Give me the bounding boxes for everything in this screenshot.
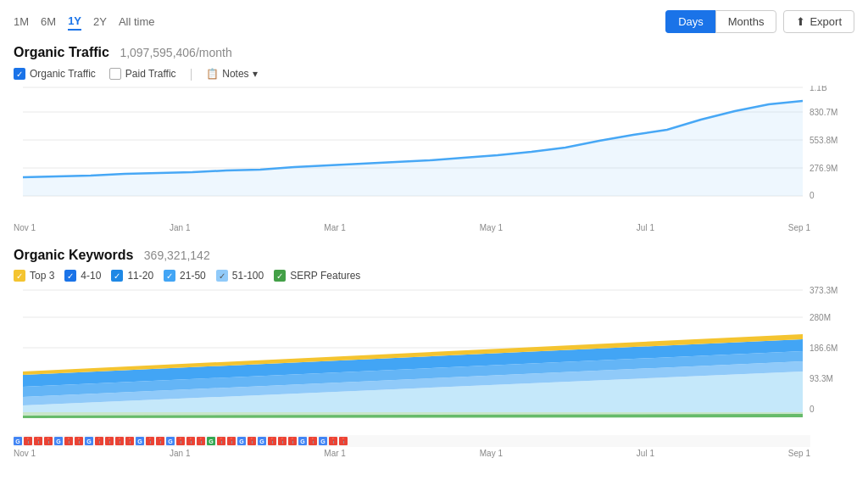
months-toggle-button[interactable]: Months <box>715 10 777 33</box>
serp-pin-icon: 📍 <box>146 437 154 445</box>
legend-divider: | <box>190 67 193 81</box>
notes-button[interactable]: 📋 Notes ▾ <box>206 68 257 80</box>
serp-pin-icon: 📍 <box>44 437 53 445</box>
keywords-chart: 373.3M 280M 186.6M 93.3M 0 <box>14 287 854 435</box>
serp-g-green-icon: G <box>207 437 215 445</box>
check-icon: ✓ <box>166 271 173 281</box>
organic-keywords-section: Organic Keywords 369,321,142 ✓ Top 3 ✓ 4… <box>14 248 854 458</box>
top3-checkbox: ✓ <box>14 270 25 282</box>
x-label-nov1: Nov 1 <box>14 223 36 232</box>
svg-text:93.3M: 93.3M <box>810 374 833 383</box>
paid-traffic-label: Paid Traffic <box>125 68 176 80</box>
serp-g-icon: G <box>136 437 144 445</box>
check-icon: ✓ <box>16 271 23 281</box>
11-20-checkbox: ✓ <box>111 270 123 282</box>
serp-pin-icon: 📍 <box>176 437 185 445</box>
serp-pin-icon: 📍 <box>105 437 114 445</box>
serp-g-icon: G <box>258 437 266 445</box>
organic-keywords-title: Organic Keywords <box>14 248 133 262</box>
21-50-label: 21-50 <box>180 270 206 282</box>
legend-paid-traffic[interactable]: Paid Traffic <box>109 68 176 80</box>
legend-serp[interactable]: ✓ SERP Features <box>274 270 360 282</box>
x-label-sep1: Sep 1 <box>788 223 810 232</box>
top-bar: 1M 6M 1Y 2Y All time Days Months ⬆ Expor… <box>14 10 854 33</box>
svg-text:0: 0 <box>810 191 815 200</box>
serp-g-icon: G <box>298 437 307 445</box>
serp-pin-icon: 📍 <box>64 437 73 445</box>
kw-x-label-may1: May 1 <box>480 449 503 458</box>
time-filter-1m[interactable]: 1M <box>14 14 29 30</box>
time-filter-1y[interactable]: 1Y <box>68 13 81 31</box>
serp-pin-icon: 📍 <box>34 437 42 445</box>
legend-top3[interactable]: ✓ Top 3 <box>14 270 54 282</box>
kw-x-label-nov1: Nov 1 <box>14 449 36 458</box>
kw-x-label-jan1: Jan 1 <box>170 449 190 458</box>
legend-11-20[interactable]: ✓ 11-20 <box>111 270 153 282</box>
serp-g-icon: G <box>237 437 246 445</box>
serp-pin-icon: 📍 <box>125 437 134 445</box>
serp-pin-icon: 📍 <box>248 437 256 445</box>
serp-pin-icon: 📍 <box>95 437 103 445</box>
kw-x-label-jul1: Jul 1 <box>637 449 654 458</box>
serp-pin-icon: 📍 <box>227 437 236 445</box>
notes-icon: 📋 <box>206 68 219 80</box>
svg-text:373.3M: 373.3M <box>810 287 837 295</box>
serp-pin-icon: 📍 <box>339 437 348 445</box>
x-label-mar1: Mar 1 <box>324 223 346 232</box>
svg-text:280M: 280M <box>810 313 831 322</box>
serp-g-icon: G <box>166 437 175 445</box>
days-toggle-button[interactable]: Days <box>665 10 715 33</box>
time-filter-alltime[interactable]: All time <box>119 14 155 30</box>
serp-label: SERP Features <box>290 270 360 282</box>
organic-traffic-checkbox: ✓ <box>14 68 25 80</box>
serp-pin-icon: 📍 <box>268 437 276 445</box>
time-filter-6m[interactable]: 6M <box>41 14 56 30</box>
keywords-chart-wrapper: 373.3M 280M 186.6M 93.3M 0 G 📍 📍 📍 G 📍 📍 <box>14 287 854 458</box>
export-button[interactable]: ⬆ Export <box>783 10 854 33</box>
time-filters: 1M 6M 1Y 2Y All time <box>14 13 155 31</box>
organic-traffic-x-axis: Nov 1 Jan 1 Mar 1 May 1 Jul 1 Sep 1 <box>14 221 810 232</box>
legend-51-100[interactable]: ✓ 51-100 <box>216 270 264 282</box>
x-label-jul1: Jul 1 <box>637 223 654 232</box>
organic-traffic-section: Organic Traffic 1,097,595,406/month ✓ Or… <box>14 45 854 232</box>
svg-text:186.6M: 186.6M <box>810 344 837 353</box>
check-icon: ✓ <box>219 271 225 281</box>
main-container: 1M 6M 1Y 2Y All time Days Months ⬆ Expor… <box>0 0 868 468</box>
serp-pin-icon: 📍 <box>75 437 83 445</box>
svg-text:1.1B: 1.1B <box>810 86 827 92</box>
svg-text:276.9M: 276.9M <box>810 164 837 173</box>
legend-organic-traffic[interactable]: ✓ Organic Traffic <box>14 68 96 80</box>
check-icon: ✓ <box>276 271 283 281</box>
serp-pin-icon: 📍 <box>186 437 195 445</box>
serp-pin-icon: 📍 <box>115 437 124 445</box>
svg-text:0: 0 <box>810 405 815 414</box>
check-icon: ✓ <box>67 271 74 281</box>
51-100-checkbox: ✓ <box>216 270 228 282</box>
organic-traffic-legend: ✓ Organic Traffic Paid Traffic | 📋 Notes… <box>14 67 854 81</box>
check-icon: ✓ <box>16 70 23 79</box>
keywords-x-axis: Nov 1 Jan 1 Mar 1 May 1 Jul 1 Sep 1 <box>14 447 810 458</box>
serp-g-icon: G <box>54 437 63 445</box>
serp-checkbox: ✓ <box>274 270 286 282</box>
serp-pin-icon: 📍 <box>197 437 205 445</box>
time-filter-2y[interactable]: 2Y <box>93 14 107 30</box>
organic-keywords-value: 369,321,142 <box>144 249 210 262</box>
serp-g-icon: G <box>14 437 22 445</box>
21-50-checkbox: ✓ <box>164 270 175 282</box>
paid-traffic-checkbox <box>109 68 121 80</box>
svg-marker-5 <box>23 101 803 196</box>
serp-g-icon: G <box>85 437 93 445</box>
4-10-label: 4-10 <box>81 270 101 282</box>
serp-pin-icon: 📍 <box>156 437 164 445</box>
4-10-checkbox: ✓ <box>64 270 76 282</box>
kw-x-label-sep1: Sep 1 <box>788 449 810 458</box>
legend-4-10[interactable]: ✓ 4-10 <box>64 270 101 282</box>
serp-pin-icon: 📍 <box>329 437 337 445</box>
organic-traffic-chart: 1.1B 830.7M 553.8M 276.9M 0 <box>14 86 854 221</box>
51-100-label: 51-100 <box>232 270 264 282</box>
serp-g-icon: G <box>319 437 327 445</box>
serp-icons-row: G 📍 📍 📍 G 📍 📍 G 📍 📍 📍 📍 G 📍 📍 G <box>14 435 810 447</box>
organic-keywords-header: Organic Keywords 369,321,142 <box>14 248 854 263</box>
legend-21-50[interactable]: ✓ 21-50 <box>164 270 206 282</box>
organic-traffic-chart-wrapper: 1.1B 830.7M 553.8M 276.9M 0 Nov 1 Jan 1 … <box>14 86 854 232</box>
